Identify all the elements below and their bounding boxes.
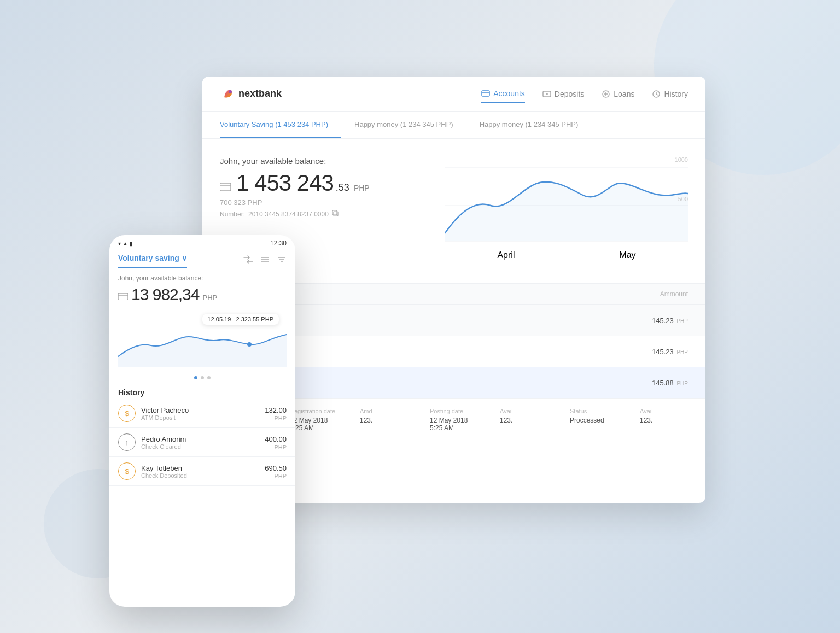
- tx-info: Mannila Center ATM Deposit: [242, 344, 652, 359]
- mobile-tx-value: 690.50: [265, 464, 287, 472]
- mobile-tx-info: Victor Pacheco ATM Deposit: [141, 406, 265, 421]
- detail-avail2-value: 123.: [640, 417, 688, 424]
- tooltip-amount: 2 323,55 PHP: [236, 316, 274, 323]
- copy-icon[interactable]: [332, 210, 339, 218]
- chart-y-max: 1000: [675, 156, 688, 163]
- chart-svg: [445, 156, 688, 244]
- mobile-card: ▾ ▲ ▮ 12:30 Voluntary saving ∨: [109, 235, 295, 607]
- mobile-tx-dollar2-icon: $: [118, 462, 136, 480]
- balance-currency: PHP: [354, 184, 370, 192]
- tx-amount-value: 145.88: [652, 379, 674, 387]
- svg-line-11: [656, 94, 658, 95]
- mobile-tx-name: Kay Totleben: [141, 464, 265, 472]
- tab-happy1[interactable]: Happy money (1 234 345 PHP): [354, 112, 466, 138]
- tx-amount: 145.88 PHP: [652, 379, 688, 387]
- mobile-tx-amount: 400.00 PHP: [265, 434, 287, 450]
- signal-icon: ▲: [122, 241, 128, 247]
- account-number-value: 2010 3445 8374 8237 0000: [248, 210, 329, 218]
- logo-icon: [220, 86, 235, 102]
- nav-accounts[interactable]: Accounts: [481, 85, 525, 103]
- svg-rect-1: [482, 91, 489, 96]
- mobile-chart: 12.05.19 2 323,55 PHP: [109, 308, 295, 374]
- detail-registration: Registration date 12 May 2018 5:25 AM: [290, 399, 338, 432]
- mobile-actions: [243, 255, 287, 267]
- detail-amount-value: 123.: [360, 417, 408, 424]
- mobile-tx-name: Victor Pacheco: [141, 406, 265, 414]
- detail-post-label: Posting date: [430, 408, 478, 414]
- detail-reg-label: Registration date: [290, 408, 338, 414]
- chart-tooltip: 12.05.19 2 323,55 PHP: [202, 314, 279, 325]
- tab-voluntary[interactable]: Voluntary Saving (1 453 234 PHP): [220, 112, 341, 138]
- tab-happy2-label: Happy money (1 234 345 PHP): [480, 120, 579, 128]
- mobile-balance-currency: PHP: [202, 294, 217, 302]
- list-item[interactable]: ↑ Pedro Amorim Check Cleared 400.00 PHP: [109, 428, 295, 457]
- tx-amount-value: 145.23: [652, 317, 674, 325]
- nav-history-label: History: [664, 90, 688, 98]
- tx-type: ATM Deposit: [242, 353, 652, 359]
- balance-chart: 1000 500 April May: [445, 156, 688, 255]
- card-icon: [481, 89, 490, 98]
- account-number: Number: 2010 3445 8374 8237 0000: [220, 210, 428, 218]
- list-item[interactable]: $ Kay Totleben Check Deposited 690.50 PH…: [109, 457, 295, 486]
- tx-amount: 145.23 PHP: [652, 348, 688, 356]
- nav-links: Accounts Deposits Loans: [481, 85, 688, 103]
- mobile-tx-value: 400.00: [265, 435, 287, 443]
- mobile-account-select[interactable]: Voluntary saving ∨: [118, 254, 187, 268]
- tx-type: Deposit: [242, 384, 652, 390]
- nav-accounts-label: Accounts: [493, 89, 525, 98]
- mobile-balance-row: 13 982,34 PHP: [118, 285, 287, 304]
- dot-3: [207, 376, 211, 379]
- history-icon: [652, 90, 661, 98]
- wifi-icon: ▾: [118, 241, 121, 247]
- dot-2: [201, 376, 204, 379]
- mobile-account-name: Voluntary saving: [118, 254, 179, 262]
- tx-info: Bank ABC Deposit: [242, 376, 652, 390]
- detail-post-value: 12 May 2018 5:25 AM: [430, 417, 478, 432]
- nav-loans[interactable]: Loans: [602, 85, 634, 103]
- mobile-tx-amount: 132.00 PHP: [265, 405, 287, 421]
- dot-indicators: [109, 374, 295, 384]
- tx-currency: PHP: [676, 349, 688, 355]
- nav-history[interactable]: History: [652, 85, 688, 103]
- tab-happy1-label: Happy money (1 234 345 PHP): [354, 120, 453, 128]
- nav-deposits-label: Deposits: [555, 90, 584, 98]
- filter-icon[interactable]: [277, 255, 287, 267]
- col-amount-header: Ammount: [660, 290, 688, 298]
- svg-point-0: [229, 90, 232, 93]
- detail-avail1: Avail 123.: [500, 399, 548, 432]
- tab-happy2[interactable]: Happy money (1 234 345 PHP): [480, 112, 592, 138]
- tx-name: Mannila Center: [242, 344, 652, 353]
- detail-status: Status Proccessed: [570, 399, 618, 432]
- detail-status-label: Status: [570, 408, 618, 414]
- tx-currency: PHP: [676, 380, 688, 386]
- mobile-history-header: History: [109, 384, 295, 399]
- balance-main-amount: 1 453 243: [236, 170, 334, 196]
- chevron-down-icon: ∨: [182, 254, 187, 262]
- tx-amount: 145.23 PHP: [652, 317, 688, 325]
- mobile-tx-currency: PHP: [265, 473, 287, 479]
- mobile-balance-amount: 13 982,34: [131, 285, 199, 304]
- app-name: nextbank: [238, 88, 282, 99]
- status-bar: ▾ ▲ ▮ 12:30: [109, 235, 295, 249]
- nav-deposits[interactable]: Deposits: [542, 85, 584, 103]
- detail-avail1-value: 123.: [500, 417, 548, 424]
- account-number-label: Number:: [220, 210, 245, 218]
- svg-rect-14: [334, 212, 338, 216]
- balance-sub-amount: 700 323 PHP: [220, 198, 428, 207]
- chart-panel: 1000 500 April May: [445, 156, 688, 266]
- detail-amount-label: Amd: [360, 408, 408, 414]
- mobile-tx-currency: PHP: [265, 415, 287, 421]
- tx-name: Mannila Center: [242, 313, 652, 321]
- status-icons: ▾ ▲ ▮: [118, 241, 133, 247]
- list-item[interactable]: $ Victor Pacheco ATM Deposit 132.00 PHP: [109, 399, 295, 428]
- tooltip-date: 12.05.19: [208, 316, 231, 323]
- mobile-balance-icon: [118, 293, 128, 302]
- mobile-tx-value: 132.00: [265, 406, 287, 414]
- mobile-tx-amount: 690.50 PHP: [265, 463, 287, 479]
- mobile-tx-type: ATM Deposit: [141, 414, 265, 421]
- nav-bar: nextbank Accounts Deposits: [202, 77, 705, 112]
- detail-avail1-label: Avail: [500, 408, 548, 414]
- list-icon[interactable]: [260, 255, 270, 267]
- detail-reg-value: 12 May 2018 5:25 AM: [290, 417, 338, 432]
- transfer-icon[interactable]: [243, 255, 254, 267]
